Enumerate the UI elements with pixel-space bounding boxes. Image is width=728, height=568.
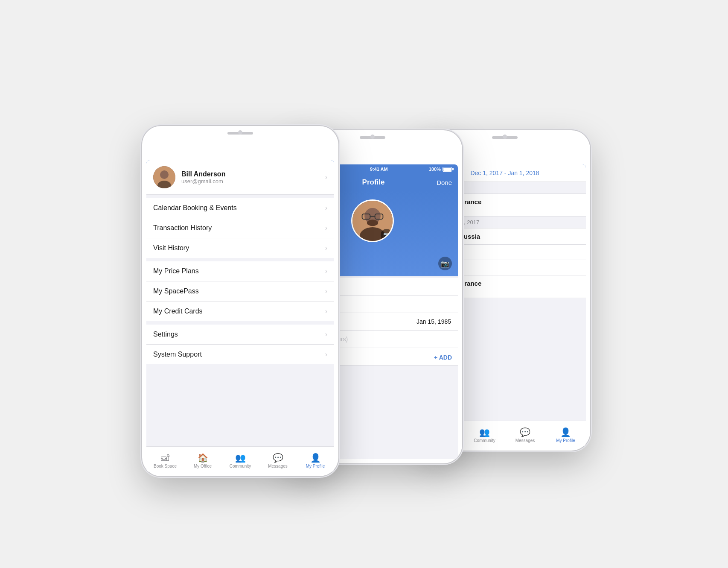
tab-bar-1: 🛋 Book Space 🏠 My Office 👥 Community 💬 M… [146,446,334,472]
menu-label-transaction: Transaction History [153,224,212,232]
tab-label-community-3: Community [474,438,495,443]
svg-point-1 [160,170,169,179]
menu-label-visit: Visit History [153,244,189,252]
menu-item-calendar[interactable]: Calendar Booking & Events › [146,198,334,218]
avatar-camera-badge[interactable]: 📷 [381,229,393,241]
chevron-visit: › [325,244,327,252]
battery-area-2: 100% [429,167,452,172]
tab-label-office: My Office [194,464,212,468]
chevron-settings: › [325,331,327,338]
user-row-chevron: › [325,173,327,181]
tab-myprofile-3[interactable]: 👤 My Profile [545,425,586,443]
battery-pct-2: 100% [429,167,441,172]
user-info: Bill Anderson user@gmail.com [181,170,319,184]
tab-community[interactable]: 👥 Community [221,450,259,468]
menu-item-settings[interactable]: Settings › [146,325,334,345]
menu-section-3: Settings › System Support › [146,325,334,364]
tab-icon-messages: 💬 [273,453,283,463]
tab-label-book: Book Space [154,464,177,468]
add-button[interactable]: + ADD [434,354,452,361]
battery-icon-2 [443,167,452,172]
chevron-spacepass: › [325,287,327,295]
dob-value: Jan 15, 1985 [416,318,451,325]
tab-icon-myprofile: 👤 [310,453,321,463]
avatar [153,166,175,188]
profile-avatar-large[interactable]: 📷 [351,199,394,242]
menu-label-creditcards: My Credit Cards [153,307,203,315]
user-name: Bill Anderson [181,170,319,178]
menu-label-spacepass: My SpacePass [153,287,199,295]
tab-icon-messages-3: 💬 [520,427,530,437]
tab-icon-community-3: 👥 [479,427,490,437]
chevron-creditcards: › [325,307,327,315]
tab-messages[interactable]: 💬 Messages [259,450,297,468]
chevron-priceplans: › [325,267,327,275]
tab-label-messages: Messages [268,464,288,468]
tab-label-community: Community [230,464,251,468]
scene: ●●●●● Sketch 📶 9:41 AM 100% My Profile 🔔 [129,92,599,476]
tab-label-messages-3: Messages [515,438,535,443]
menu-item-creditcards[interactable]: My Credit Cards › [146,302,334,321]
tab-messages-3[interactable]: 💬 Messages [505,425,545,443]
menu-item-visit[interactable]: Visit History › [146,238,334,258]
chevron-support: › [325,351,327,358]
menu-item-spacepass[interactable]: My SpacePass › [146,281,334,302]
phone-1-screen: ●●●●● Sketch 📶 9:41 AM 100% My Profile 🔔 [146,160,334,472]
scroll-area-1: Bill Anderson user@gmail.com › Calendar … [146,160,334,446]
menu-section-2: My Price Plans › My SpacePass › My Credi… [146,261,334,321]
phone-1: ●●●●● Sketch 📶 9:41 AM 100% My Profile 🔔 [142,126,338,476]
tab-icon-community: 👥 [235,453,246,463]
tab-icon-book: 🛋 [161,453,169,463]
svg-point-9 [367,220,378,226]
menu-item-transaction[interactable]: Transaction History › [146,218,334,238]
menu-label-settings: Settings [153,331,178,338]
bg-camera-badge[interactable]: 📷 [438,257,452,270]
menu-label-calendar: Calendar Booking & Events [153,204,237,212]
tab-book-space[interactable]: 🛋 Book Space [146,451,184,468]
tab-icon-myprofile-3: 👤 [560,427,571,437]
tab-label-myprofile-3: My Profile [556,438,575,443]
tab-icon-office: 🏠 [198,453,208,463]
menu-label-support: System Support [153,351,202,358]
tab-myprofile[interactable]: 👤 My Profile [297,450,334,468]
user-profile-row[interactable]: Bill Anderson user@gmail.com › [146,160,334,195]
done-button[interactable]: Done [437,179,452,186]
menu-item-support[interactable]: System Support › [146,345,334,364]
chevron-calendar: › [325,204,327,212]
tab-label-myprofile: My Profile [306,464,325,468]
menu-section-1: Calendar Booking & Events › Transaction … [146,198,334,258]
time-2: 9:41 AM [370,167,388,172]
chevron-transaction: › [325,224,327,232]
avatar-svg [153,166,175,188]
menu-label-priceplans: My Price Plans [153,267,199,275]
tab-my-office[interactable]: 🏠 My Office [184,450,221,468]
user-email: user@gmail.com [181,178,319,184]
tab-community-3[interactable]: 👥 Community [464,425,505,443]
menu-item-priceplans[interactable]: My Price Plans › [146,261,334,281]
